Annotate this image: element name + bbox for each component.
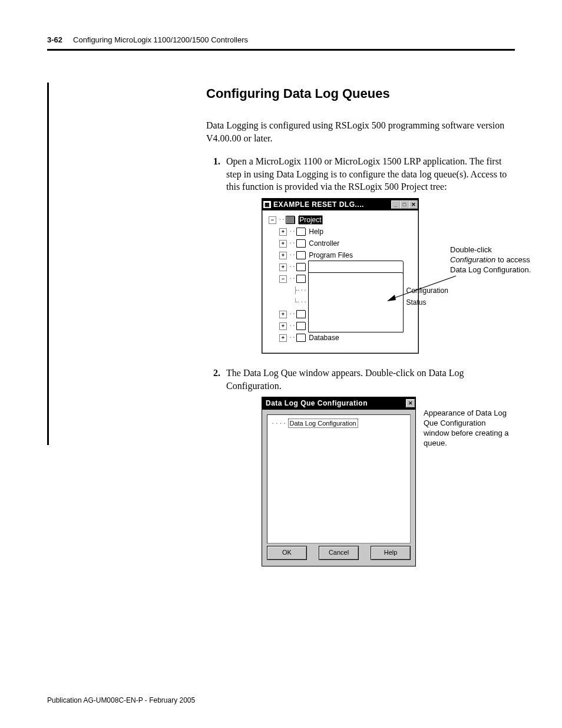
- dialog-list-item[interactable]: Data Log Configuration: [288, 419, 358, 429]
- tree-program-files[interactable]: Program Files: [309, 251, 353, 260]
- tree-status[interactable]: Status: [406, 298, 427, 307]
- chapter-title: Configuring MicroLogix 1100/1200/1500 Co…: [73, 35, 248, 44]
- expand-icon[interactable]: −: [279, 275, 287, 283]
- dialog-titlebar: Data Log Que Configuration ✕: [262, 397, 415, 409]
- expand-icon[interactable]: −: [269, 216, 276, 224]
- step-2-text: The Data Log Que window appears. Double-…: [226, 368, 464, 391]
- callout-1a: Double-click: [450, 245, 492, 254]
- folder-icon: [296, 275, 306, 283]
- expand-icon[interactable]: +: [279, 240, 287, 248]
- folder-icon: [296, 334, 306, 342]
- dialog-title: Data Log Que Configuration: [263, 398, 404, 408]
- tree-database[interactable]: Database: [309, 333, 339, 342]
- tree-title: EXAMPLE RESET DLG....: [273, 200, 389, 209]
- app-icon: ▦: [263, 201, 271, 208]
- callout-1: Double-click Configuration to access Dat…: [450, 245, 533, 275]
- tree-screenshot: ▦ EXAMPLE RESET DLG.... _ □ ✕ − ··: [262, 198, 518, 354]
- expand-icon[interactable]: +: [279, 322, 287, 330]
- maximize-button[interactable]: □: [400, 200, 409, 209]
- footer-publication: Publication AG-UM008C-EN-P - February 20…: [47, 696, 195, 704]
- cancel-button[interactable]: Cancel: [319, 546, 359, 560]
- intro-paragraph: Data Logging is configured using RSLogix…: [206, 119, 518, 144]
- header-rule: [47, 49, 515, 51]
- tree-controller[interactable]: Controller: [309, 239, 339, 248]
- tree-titlebar: ▦ EXAMPLE RESET DLG.... _ □ ✕: [262, 199, 418, 210]
- page-header: 3-62 Configuring MicroLogix 1100/1200/15…: [47, 35, 515, 48]
- callout-1b: Configuration: [450, 255, 495, 264]
- expand-icon[interactable]: +: [279, 252, 287, 259]
- folder-icon: [296, 239, 306, 248]
- step-2: The Data Log Que window appears. Double-…: [223, 367, 518, 566]
- close-button[interactable]: ✕: [406, 399, 415, 407]
- callout-2: Appearance of Data Log Que Configuration…: [424, 409, 512, 449]
- folder-icon: [296, 322, 306, 330]
- close-button[interactable]: ✕: [409, 200, 418, 209]
- help-button[interactable]: Help: [371, 546, 411, 560]
- step-1: Open a MicroLogix 1100 or MicroLogix 150…: [223, 155, 518, 354]
- section-vertical-bar: [47, 83, 49, 445]
- folder-icon: [296, 251, 306, 259]
- expand-icon[interactable]: +: [279, 263, 287, 271]
- folder-icon: [296, 310, 306, 318]
- tree-root[interactable]: Project: [298, 215, 322, 225]
- step-1-text: Open a MicroLogix 1100 or MicroLogix 150…: [226, 156, 507, 192]
- dialog-list-pane: ····Data Log Configuration: [267, 414, 411, 543]
- section-heading: Configuring Data Log Queues: [206, 86, 518, 101]
- folder-icon: [296, 263, 306, 271]
- dialog-screenshot: Data Log Que Configuration ✕ ····Data Lo…: [262, 397, 518, 566]
- expand-icon[interactable]: +: [279, 334, 287, 342]
- tree-help[interactable]: Help: [309, 227, 323, 236]
- expand-icon[interactable]: +: [279, 311, 287, 318]
- tree-configuration[interactable]: Configuration: [406, 286, 448, 295]
- page-number: 3-62: [47, 35, 62, 44]
- page-icon: [308, 272, 404, 332]
- ok-button[interactable]: OK: [267, 546, 307, 560]
- expand-icon[interactable]: +: [279, 228, 287, 236]
- folder-open-icon: [286, 216, 295, 224]
- minimize-button[interactable]: _: [391, 200, 400, 209]
- folder-icon: [296, 228, 306, 236]
